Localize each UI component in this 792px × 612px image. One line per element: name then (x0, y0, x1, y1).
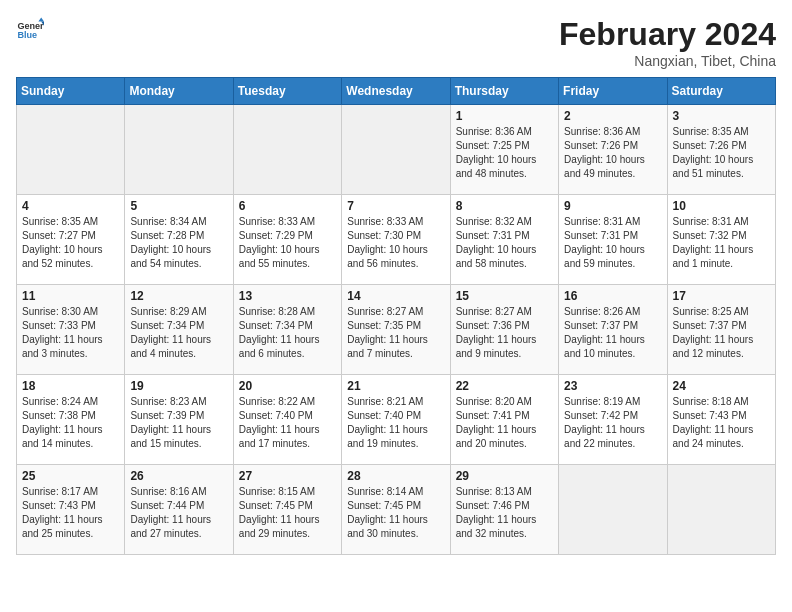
calendar-cell (342, 105, 450, 195)
day-info: Sunrise: 8:24 AM Sunset: 7:38 PM Dayligh… (22, 395, 119, 451)
calendar-cell: 1Sunrise: 8:36 AM Sunset: 7:25 PM Daylig… (450, 105, 558, 195)
calendar-cell: 9Sunrise: 8:31 AM Sunset: 7:31 PM Daylig… (559, 195, 667, 285)
day-info: Sunrise: 8:25 AM Sunset: 7:37 PM Dayligh… (673, 305, 770, 361)
day-number: 21 (347, 379, 444, 393)
day-info: Sunrise: 8:14 AM Sunset: 7:45 PM Dayligh… (347, 485, 444, 541)
calendar-cell: 10Sunrise: 8:31 AM Sunset: 7:32 PM Dayli… (667, 195, 775, 285)
calendar-cell (17, 105, 125, 195)
day-number: 23 (564, 379, 661, 393)
location-subtitle: Nangxian, Tibet, China (559, 53, 776, 69)
day-info: Sunrise: 8:26 AM Sunset: 7:37 PM Dayligh… (564, 305, 661, 361)
calendar-cell: 23Sunrise: 8:19 AM Sunset: 7:42 PM Dayli… (559, 375, 667, 465)
day-info: Sunrise: 8:23 AM Sunset: 7:39 PM Dayligh… (130, 395, 227, 451)
day-info: Sunrise: 8:36 AM Sunset: 7:26 PM Dayligh… (564, 125, 661, 181)
day-number: 19 (130, 379, 227, 393)
day-number: 1 (456, 109, 553, 123)
calendar-table: SundayMondayTuesdayWednesdayThursdayFrid… (16, 77, 776, 555)
day-info: Sunrise: 8:29 AM Sunset: 7:34 PM Dayligh… (130, 305, 227, 361)
day-number: 16 (564, 289, 661, 303)
calendar-body: 1Sunrise: 8:36 AM Sunset: 7:25 PM Daylig… (17, 105, 776, 555)
day-number: 22 (456, 379, 553, 393)
day-info: Sunrise: 8:15 AM Sunset: 7:45 PM Dayligh… (239, 485, 336, 541)
day-number: 11 (22, 289, 119, 303)
day-number: 14 (347, 289, 444, 303)
day-info: Sunrise: 8:13 AM Sunset: 7:46 PM Dayligh… (456, 485, 553, 541)
day-info: Sunrise: 8:28 AM Sunset: 7:34 PM Dayligh… (239, 305, 336, 361)
svg-marker-2 (38, 17, 44, 21)
day-info: Sunrise: 8:27 AM Sunset: 7:35 PM Dayligh… (347, 305, 444, 361)
calendar-cell: 28Sunrise: 8:14 AM Sunset: 7:45 PM Dayli… (342, 465, 450, 555)
day-info: Sunrise: 8:22 AM Sunset: 7:40 PM Dayligh… (239, 395, 336, 451)
day-info: Sunrise: 8:30 AM Sunset: 7:33 PM Dayligh… (22, 305, 119, 361)
day-number: 5 (130, 199, 227, 213)
weekday-header-friday: Friday (559, 78, 667, 105)
page-header: General Blue February 2024 Nangxian, Tib… (16, 16, 776, 69)
month-year-title: February 2024 (559, 16, 776, 53)
calendar-week-3: 11Sunrise: 8:30 AM Sunset: 7:33 PM Dayli… (17, 285, 776, 375)
day-number: 18 (22, 379, 119, 393)
day-info: Sunrise: 8:17 AM Sunset: 7:43 PM Dayligh… (22, 485, 119, 541)
calendar-cell (233, 105, 341, 195)
logo-icon: General Blue (16, 16, 44, 44)
calendar-week-4: 18Sunrise: 8:24 AM Sunset: 7:38 PM Dayli… (17, 375, 776, 465)
calendar-cell (559, 465, 667, 555)
day-number: 25 (22, 469, 119, 483)
day-number: 13 (239, 289, 336, 303)
calendar-cell: 25Sunrise: 8:17 AM Sunset: 7:43 PM Dayli… (17, 465, 125, 555)
weekday-header-tuesday: Tuesday (233, 78, 341, 105)
calendar-cell: 24Sunrise: 8:18 AM Sunset: 7:43 PM Dayli… (667, 375, 775, 465)
day-number: 29 (456, 469, 553, 483)
calendar-week-5: 25Sunrise: 8:17 AM Sunset: 7:43 PM Dayli… (17, 465, 776, 555)
day-number: 28 (347, 469, 444, 483)
day-number: 26 (130, 469, 227, 483)
calendar-cell: 29Sunrise: 8:13 AM Sunset: 7:46 PM Dayli… (450, 465, 558, 555)
day-number: 6 (239, 199, 336, 213)
calendar-cell: 8Sunrise: 8:32 AM Sunset: 7:31 PM Daylig… (450, 195, 558, 285)
calendar-cell: 11Sunrise: 8:30 AM Sunset: 7:33 PM Dayli… (17, 285, 125, 375)
weekday-header-saturday: Saturday (667, 78, 775, 105)
day-info: Sunrise: 8:36 AM Sunset: 7:25 PM Dayligh… (456, 125, 553, 181)
calendar-cell: 21Sunrise: 8:21 AM Sunset: 7:40 PM Dayli… (342, 375, 450, 465)
calendar-week-2: 4Sunrise: 8:35 AM Sunset: 7:27 PM Daylig… (17, 195, 776, 285)
title-block: February 2024 Nangxian, Tibet, China (559, 16, 776, 69)
calendar-cell: 4Sunrise: 8:35 AM Sunset: 7:27 PM Daylig… (17, 195, 125, 285)
calendar-cell: 17Sunrise: 8:25 AM Sunset: 7:37 PM Dayli… (667, 285, 775, 375)
calendar-header: SundayMondayTuesdayWednesdayThursdayFrid… (17, 78, 776, 105)
calendar-cell: 2Sunrise: 8:36 AM Sunset: 7:26 PM Daylig… (559, 105, 667, 195)
day-info: Sunrise: 8:35 AM Sunset: 7:27 PM Dayligh… (22, 215, 119, 271)
day-info: Sunrise: 8:31 AM Sunset: 7:32 PM Dayligh… (673, 215, 770, 271)
calendar-cell: 18Sunrise: 8:24 AM Sunset: 7:38 PM Dayli… (17, 375, 125, 465)
calendar-cell (667, 465, 775, 555)
day-number: 15 (456, 289, 553, 303)
day-number: 9 (564, 199, 661, 213)
day-number: 4 (22, 199, 119, 213)
day-info: Sunrise: 8:31 AM Sunset: 7:31 PM Dayligh… (564, 215, 661, 271)
day-info: Sunrise: 8:19 AM Sunset: 7:42 PM Dayligh… (564, 395, 661, 451)
day-info: Sunrise: 8:18 AM Sunset: 7:43 PM Dayligh… (673, 395, 770, 451)
calendar-cell: 6Sunrise: 8:33 AM Sunset: 7:29 PM Daylig… (233, 195, 341, 285)
calendar-cell: 3Sunrise: 8:35 AM Sunset: 7:26 PM Daylig… (667, 105, 775, 195)
calendar-cell: 7Sunrise: 8:33 AM Sunset: 7:30 PM Daylig… (342, 195, 450, 285)
day-number: 8 (456, 199, 553, 213)
day-info: Sunrise: 8:33 AM Sunset: 7:30 PM Dayligh… (347, 215, 444, 271)
svg-text:General: General (17, 21, 44, 31)
calendar-cell: 27Sunrise: 8:15 AM Sunset: 7:45 PM Dayli… (233, 465, 341, 555)
day-info: Sunrise: 8:35 AM Sunset: 7:26 PM Dayligh… (673, 125, 770, 181)
weekday-header-sunday: Sunday (17, 78, 125, 105)
weekday-header-thursday: Thursday (450, 78, 558, 105)
day-info: Sunrise: 8:32 AM Sunset: 7:31 PM Dayligh… (456, 215, 553, 271)
calendar-cell (125, 105, 233, 195)
day-number: 10 (673, 199, 770, 213)
day-number: 20 (239, 379, 336, 393)
calendar-cell: 22Sunrise: 8:20 AM Sunset: 7:41 PM Dayli… (450, 375, 558, 465)
day-number: 7 (347, 199, 444, 213)
calendar-cell: 16Sunrise: 8:26 AM Sunset: 7:37 PM Dayli… (559, 285, 667, 375)
calendar-cell: 12Sunrise: 8:29 AM Sunset: 7:34 PM Dayli… (125, 285, 233, 375)
calendar-cell: 20Sunrise: 8:22 AM Sunset: 7:40 PM Dayli… (233, 375, 341, 465)
calendar-week-1: 1Sunrise: 8:36 AM Sunset: 7:25 PM Daylig… (17, 105, 776, 195)
logo: General Blue (16, 16, 44, 44)
svg-text:Blue: Blue (17, 30, 37, 40)
day-info: Sunrise: 8:16 AM Sunset: 7:44 PM Dayligh… (130, 485, 227, 541)
calendar-cell: 19Sunrise: 8:23 AM Sunset: 7:39 PM Dayli… (125, 375, 233, 465)
calendar-cell: 14Sunrise: 8:27 AM Sunset: 7:35 PM Dayli… (342, 285, 450, 375)
